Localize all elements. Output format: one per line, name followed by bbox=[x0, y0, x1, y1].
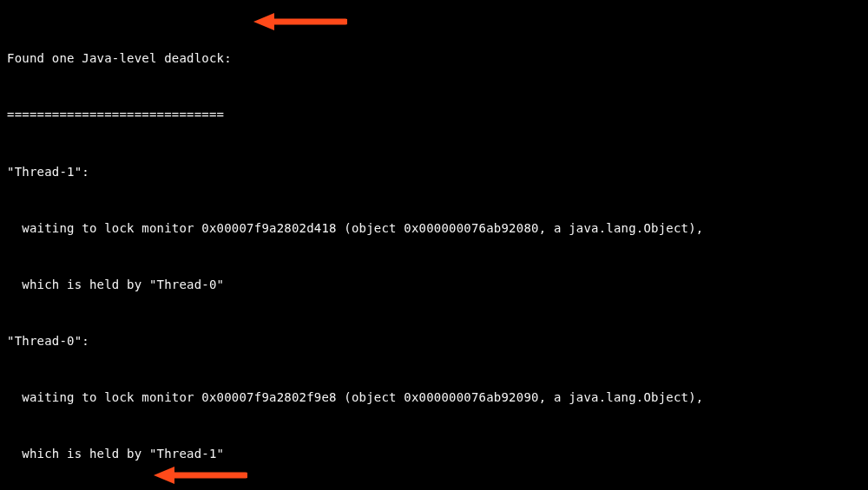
output-line: waiting to lock monitor 0x00007f9a2802d4… bbox=[7, 219, 861, 238]
output-line: "Thread-1": bbox=[7, 163, 861, 182]
output-line: waiting to lock monitor 0x00007f9a2802f9… bbox=[7, 389, 861, 408]
output-line: "Thread-0": bbox=[7, 332, 861, 351]
output-line: which is held by "Thread-0" bbox=[7, 276, 861, 295]
output-line: Found one Java-level deadlock: bbox=[7, 49, 861, 69]
output-line: ============================= bbox=[7, 106, 861, 125]
output-line: which is held by "Thread-1" bbox=[7, 445, 861, 464]
terminal-output: Found one Java-level deadlock: =========… bbox=[7, 12, 861, 490]
